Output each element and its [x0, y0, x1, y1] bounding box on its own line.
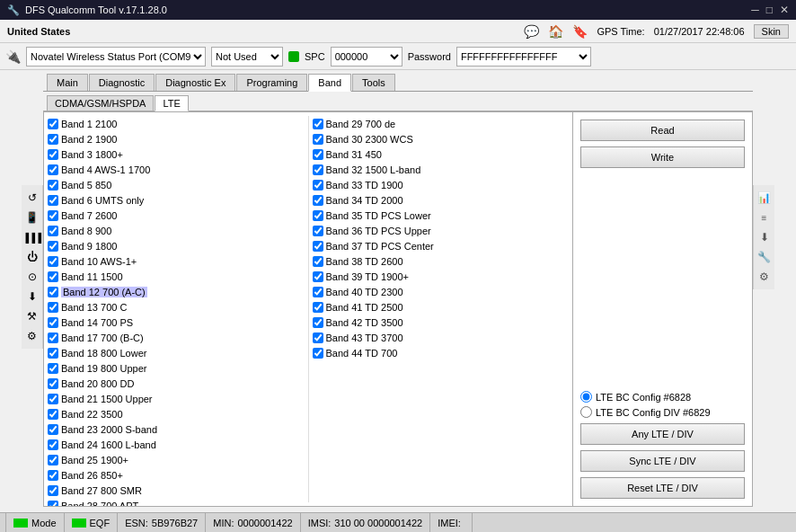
band-21-checkbox[interactable] — [48, 394, 58, 404]
notused-select[interactable]: Not Used — [211, 47, 283, 66]
menubar-right: 💬 🏠 🔖 GPS Time: 01/27/2017 22:48:06 Skin — [524, 24, 789, 39]
band-22-checkbox[interactable] — [48, 409, 58, 420]
subtab-cdma[interactable]: CDMA/GSM/HSPDA — [47, 95, 154, 111]
settings-icon[interactable]: ⚙ — [23, 327, 41, 345]
tab-tools[interactable]: Tools — [352, 74, 395, 91]
band-29-checkbox[interactable] — [313, 119, 323, 129]
toolbar-icon: 🔌 — [5, 49, 21, 64]
band-item: Band 6 UMTS only — [48, 192, 305, 208]
band-33-label: Band 33 TD 1900 — [326, 180, 403, 191]
band-18-checkbox[interactable] — [48, 348, 58, 359]
band-27-checkbox[interactable] — [48, 485, 58, 496]
band-11-checkbox[interactable] — [48, 271, 58, 282]
band-42-checkbox[interactable] — [313, 317, 323, 328]
home-icon[interactable]: 🏠 — [548, 24, 563, 39]
band-37-checkbox[interactable] — [313, 241, 323, 252]
sync-lte-button[interactable]: Sync LTE / DIV — [580, 450, 745, 472]
band-9-checkbox[interactable] — [48, 241, 58, 252]
search-icon[interactable]: ⊙ — [23, 268, 41, 286]
esn-value: 5B976B27 — [152, 518, 198, 528]
band-36-checkbox[interactable] — [313, 226, 323, 236]
subtab-lte[interactable]: LTE — [155, 95, 188, 111]
band-26-checkbox[interactable] — [48, 470, 58, 481]
band-32-checkbox[interactable] — [313, 164, 323, 175]
band-2-checkbox[interactable] — [48, 134, 58, 145]
band-31-checkbox[interactable] — [313, 149, 323, 160]
tab-diagnostic[interactable]: Diagnostic — [89, 74, 155, 91]
tab-main[interactable]: Main — [47, 74, 88, 91]
band-41-checkbox[interactable] — [313, 302, 323, 313]
message-icon[interactable]: 💬 — [524, 24, 539, 39]
band-13-checkbox[interactable] — [48, 302, 58, 313]
radio-6829-input[interactable] — [580, 406, 592, 418]
band-19-checkbox[interactable] — [48, 363, 58, 374]
reset-lte-button[interactable]: Reset LTE / DIV — [580, 477, 745, 499]
band-item: Band 38 TD 2600 — [313, 253, 570, 269]
close-button[interactable]: ✕ — [780, 4, 789, 16]
band-38-checkbox[interactable] — [313, 256, 323, 267]
graph-icon[interactable]: 📊 — [756, 189, 774, 207]
band-34-label: Band 34 TD 2000 — [326, 195, 403, 206]
band-30-checkbox[interactable] — [313, 134, 323, 145]
any-lte-button[interactable]: Any LTE / DIV — [580, 423, 745, 445]
band-44-checkbox[interactable] — [313, 348, 323, 359]
tab-diagnostic-ex[interactable]: Diagnostic Ex — [155, 74, 235, 91]
refresh-icon[interactable]: ↺ — [23, 189, 41, 207]
mobile-icon[interactable]: 📱 — [23, 208, 41, 226]
band-28-label: Band 28 700 APT — [61, 501, 138, 507]
list-icon[interactable]: ≡ — [756, 208, 774, 226]
band-28-checkbox[interactable] — [48, 501, 58, 507]
tab-programing[interactable]: Programing — [236, 74, 307, 91]
band-20-checkbox[interactable] — [48, 378, 58, 389]
band-33-checkbox[interactable] — [313, 180, 323, 191]
band-40-checkbox[interactable] — [313, 287, 323, 297]
band-23-checkbox[interactable] — [48, 424, 58, 435]
band-24-checkbox[interactable] — [48, 439, 58, 450]
pwd-label: Password — [408, 51, 451, 62]
wrench-icon[interactable]: 🔧 — [756, 248, 774, 266]
band-5-checkbox[interactable] — [48, 180, 58, 191]
band-12-checkbox[interactable] — [48, 287, 58, 297]
band-25-checkbox[interactable] — [48, 455, 58, 466]
band-3-checkbox[interactable] — [48, 149, 58, 160]
write-button[interactable]: Write — [580, 146, 745, 168]
download-icon[interactable]: ⬇ — [23, 288, 41, 306]
band-43-checkbox[interactable] — [313, 332, 323, 343]
band-item: Band 12 700 (A-C) — [48, 284, 305, 299]
tools-icon[interactable]: ⚒ — [23, 307, 41, 325]
band-10-label: Band 10 AWS-1+ — [61, 256, 137, 267]
spc-select[interactable]: 000000 — [331, 47, 402, 66]
download2-icon[interactable]: ⬇ — [756, 228, 774, 246]
band-14-checkbox[interactable] — [48, 317, 58, 328]
power-icon[interactable]: ⏻ — [23, 248, 41, 266]
band-4-label: Band 4 AWS-1 1700 — [61, 164, 150, 175]
band-8-checkbox[interactable] — [48, 226, 58, 236]
read-button[interactable]: Read — [580, 120, 745, 141]
band-4-checkbox[interactable] — [48, 164, 58, 175]
band-column-1: Band 1 2100Band 2 1900Band 3 1800+Band 4… — [48, 116, 308, 502]
signal-icon[interactable]: ▐▐▐ — [23, 228, 41, 246]
skin-button[interactable]: Skin — [754, 24, 789, 39]
port-select[interactable]: Novatel Wireless Status Port (COM9) — [26, 47, 206, 66]
band-34-checkbox[interactable] — [313, 195, 323, 206]
gear2-icon[interactable]: ⚙ — [756, 268, 774, 286]
band-17-checkbox[interactable] — [48, 332, 58, 343]
bookmark-icon[interactable]: 🔖 — [572, 24, 588, 39]
band-39-checkbox[interactable] — [313, 271, 323, 282]
band-item: Band 20 800 DD — [48, 376, 305, 391]
band-1-checkbox[interactable] — [48, 119, 58, 129]
band-item: Band 37 TD PCS Center — [313, 238, 570, 253]
band-7-checkbox[interactable] — [48, 210, 58, 221]
radio-lte-6828[interactable]: LTE BC Config #6828 — [580, 391, 745, 403]
minimize-button[interactable]: ─ — [751, 4, 759, 16]
tab-band[interactable]: Band — [308, 74, 351, 92]
radio-6828-input[interactable] — [580, 391, 592, 403]
maximize-button[interactable]: □ — [766, 4, 773, 16]
band-10-checkbox[interactable] — [48, 256, 58, 267]
radio-6829-label: LTE BC Config DIV #6829 — [596, 407, 711, 418]
radio-lte-6829[interactable]: LTE BC Config DIV #6829 — [580, 406, 745, 418]
pwd-select[interactable]: FFFFFFFFFFFFFFFF — [456, 47, 591, 66]
band-35-checkbox[interactable] — [313, 210, 323, 221]
band-item: Band 25 1900+ — [48, 452, 305, 467]
band-6-checkbox[interactable] — [48, 195, 58, 206]
